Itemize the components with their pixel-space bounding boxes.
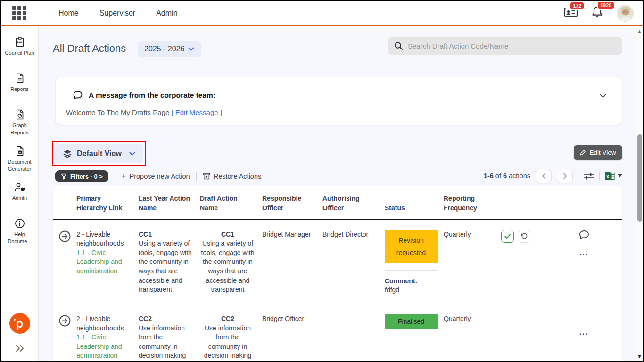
column-header: Primary Hierarchy Link bbox=[76, 194, 139, 213]
action-code: CC2 bbox=[200, 314, 256, 324]
last-year-action-cell: CC1 Using a variety of tools, engage wit… bbox=[139, 230, 200, 295]
toolbar-divider bbox=[578, 172, 578, 180]
previous-page-button[interactable] bbox=[536, 169, 552, 183]
edit-message-link[interactable]: [ Edit Message ] bbox=[171, 108, 222, 116]
chevron-down-icon bbox=[188, 47, 194, 51]
speech-bubble-icon bbox=[578, 230, 590, 240]
notifications-button[interactable]: 1926 bbox=[591, 6, 603, 21]
speech-bubble-icon bbox=[73, 90, 83, 100]
top-navbar: Home Supervisor Admin 172 1926 bbox=[1, 1, 643, 26]
search-icon bbox=[394, 41, 403, 50]
last-year-action-cell: CC2 Use information from the community i… bbox=[139, 314, 200, 361]
notifications-count-badge: 1926 bbox=[597, 1, 615, 10]
brand-logo[interactable]: ρ bbox=[9, 313, 30, 334]
sidebar-item-admin[interactable]: Admin bbox=[1, 181, 38, 218]
edit-view-label: Edit View bbox=[589, 149, 616, 156]
hierarchy-secondary-link[interactable]: 1.1 - Civic Leadership and administratio… bbox=[76, 333, 132, 361]
draft-action-cell: CC1 Using a variety of tools, engage wit… bbox=[200, 230, 262, 295]
year-selector[interactable]: 2025 - 2026 bbox=[138, 41, 201, 57]
view-selector[interactable]: Default View bbox=[55, 144, 143, 163]
count-unit: actions bbox=[509, 172, 530, 180]
chevron-right-icon bbox=[563, 173, 567, 179]
nav-home[interactable]: Home bbox=[58, 9, 79, 17]
table-toolbar-left: Filters - 0 > + Propose new Action Resto… bbox=[55, 170, 261, 183]
sidebar-label: Graph Reports bbox=[4, 122, 35, 136]
open-action-arrow-icon[interactable] bbox=[58, 230, 71, 243]
brand-logo-glyph: ρ bbox=[16, 317, 23, 330]
toolbar-divider bbox=[599, 172, 600, 180]
restore-archive-icon bbox=[203, 173, 210, 180]
funnel-icon bbox=[61, 173, 67, 180]
status-badge: Finalised bbox=[385, 314, 438, 329]
sidebar-label: Document Generator bbox=[4, 158, 35, 173]
status-badge: Revision requested bbox=[385, 230, 438, 263]
info-icon bbox=[14, 218, 25, 229]
action-code: CC1 bbox=[200, 230, 256, 239]
vertical-scrollbar[interactable]: ▲ ▼ bbox=[636, 27, 643, 361]
app-launcher-icon[interactable] bbox=[12, 6, 26, 20]
sidebar-item-graph-reports[interactable]: Graph Reports bbox=[1, 109, 38, 145]
scroll-down-arrow[interactable]: ▼ bbox=[636, 354, 643, 359]
count-of: of bbox=[495, 172, 501, 180]
export-dropdown-caret bbox=[618, 174, 622, 177]
sidebar-item-reports[interactable]: Reports bbox=[1, 73, 38, 109]
nav-admin[interactable]: Admin bbox=[156, 9, 177, 17]
action-code: CC2 bbox=[139, 314, 193, 324]
chevron-left-icon bbox=[542, 173, 546, 179]
comment-text: fdfgd bbox=[385, 286, 437, 295]
page-title: All Draft Actions bbox=[53, 42, 126, 55]
message-body-text: Welcome To The My Drafts Page bbox=[66, 108, 169, 116]
frequency-cell: Quarterly bbox=[444, 230, 501, 239]
message-panel-title: A message from the corporate team: bbox=[89, 91, 215, 99]
sidebar-item-council-plan[interactable]: Council Plan bbox=[1, 36, 38, 73]
chevron-down-icon bbox=[129, 152, 135, 156]
undo-button[interactable] bbox=[518, 230, 530, 243]
scrollbar-thumb[interactable] bbox=[637, 134, 642, 222]
comment-bubble-button[interactable] bbox=[578, 230, 590, 243]
count-total: 6 bbox=[503, 172, 507, 180]
action-name: Using a variety of tools, engage with th… bbox=[200, 239, 256, 295]
edit-view-button[interactable]: Edit View bbox=[574, 145, 622, 160]
draft-action-cell: CC2 Use information from the community i… bbox=[200, 314, 262, 361]
comment-label: Comment: bbox=[385, 277, 437, 286]
approve-button[interactable] bbox=[501, 230, 514, 243]
more-menu-button[interactable]: ... bbox=[579, 249, 588, 256]
messages-button[interactable]: 172 bbox=[564, 6, 578, 20]
left-sidebar: Council Plan Reports Graph Reports bbox=[1, 27, 39, 361]
open-action-arrow-icon[interactable] bbox=[58, 314, 71, 327]
admin-shield-icon bbox=[14, 181, 26, 193]
user-avatar[interactable] bbox=[617, 5, 634, 22]
svg-text:w: w bbox=[18, 151, 21, 154]
nav-supervisor[interactable]: Supervisor bbox=[99, 9, 135, 17]
expand-sidebar-button[interactable] bbox=[14, 344, 25, 354]
actions-count: 1-6 of 6 actions bbox=[484, 172, 530, 180]
status-divider bbox=[385, 270, 438, 271]
restore-actions-button[interactable]: Restore Actions bbox=[203, 173, 262, 180]
year-selector-value: 2025 - 2026 bbox=[144, 45, 184, 53]
propose-new-action-button[interactable]: + Propose new Action bbox=[121, 172, 190, 181]
propose-label: Propose new Action bbox=[130, 173, 190, 180]
action-name: Use information from the community in de… bbox=[200, 324, 256, 361]
sidebar-label: Council Plan bbox=[4, 49, 35, 57]
column-header: Reporting Frequency bbox=[444, 194, 501, 213]
hierarchy-secondary-link[interactable]: 1.1 - Civic Leadership and administratio… bbox=[76, 248, 132, 276]
clipboard-icon bbox=[14, 36, 25, 48]
sidebar-item-document-generator[interactable]: w Document Generator bbox=[1, 145, 38, 181]
sidebar-item-help-documents[interactable]: Help Docume... bbox=[1, 218, 38, 254]
filters-button[interactable]: Filters - 0 > bbox=[55, 170, 108, 182]
table-row: 2 - Liveable neighbourhoods 1.1 - Civic … bbox=[53, 220, 622, 304]
search-bar bbox=[388, 37, 622, 55]
draft-actions-table: Primary Hierarchy Link Last Year Action … bbox=[53, 186, 622, 361]
pencil-icon bbox=[580, 149, 586, 156]
search-input[interactable] bbox=[408, 42, 616, 50]
table-row: 2 - Liveable neighbourhoods 1.1 - Civic … bbox=[53, 304, 622, 361]
collapse-message-button[interactable] bbox=[599, 91, 607, 100]
next-page-button[interactable] bbox=[557, 169, 573, 183]
sidebar-label: Help Docume... bbox=[4, 231, 35, 245]
scroll-up-arrow[interactable]: ▲ bbox=[636, 29, 643, 33]
column-settings-icon[interactable] bbox=[584, 172, 594, 180]
more-menu-button[interactable]: ... bbox=[579, 329, 588, 336]
export-excel-button[interactable]: x bbox=[605, 172, 622, 181]
status-cell: Revision requested Comment: fdfgd bbox=[385, 230, 444, 295]
count-range: 1-6 bbox=[484, 172, 494, 180]
